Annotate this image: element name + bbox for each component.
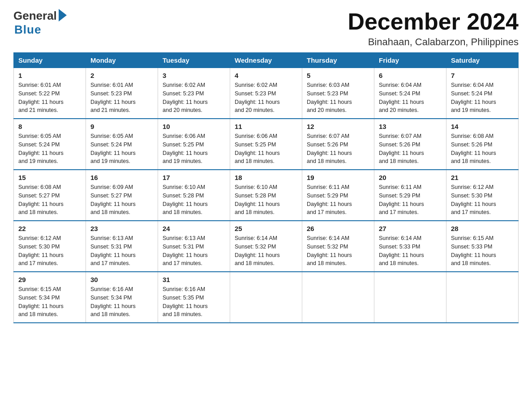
day-info: Sunrise: 6:07 AMSunset: 5:26 PMDaylight:…	[379, 132, 442, 166]
calendar-cell: 18 Sunrise: 6:10 AMSunset: 5:28 PMDaylig…	[230, 170, 302, 221]
calendar-cell: 8 Sunrise: 6:05 AMSunset: 5:24 PMDayligh…	[14, 119, 86, 170]
day-number: 23	[90, 225, 153, 232]
day-header-friday: Friday	[374, 53, 446, 68]
day-info: Sunrise: 6:14 AMSunset: 5:33 PMDaylight:…	[379, 234, 442, 268]
location-text: Binahaan, Calabarzon, Philippines	[348, 36, 519, 48]
day-info: Sunrise: 6:06 AMSunset: 5:25 PMDaylight:…	[235, 132, 297, 166]
day-info: Sunrise: 6:01 AMSunset: 5:23 PMDaylight:…	[90, 81, 153, 115]
day-info: Sunrise: 6:03 AMSunset: 5:23 PMDaylight:…	[307, 81, 369, 115]
calendar-cell: 1 Sunrise: 6:01 AMSunset: 5:22 PMDayligh…	[14, 68, 86, 119]
day-info: Sunrise: 6:04 AMSunset: 5:24 PMDaylight:…	[451, 81, 514, 115]
day-info: Sunrise: 6:12 AMSunset: 5:30 PMDaylight:…	[451, 183, 514, 217]
day-info: Sunrise: 6:09 AMSunset: 5:27 PMDaylight:…	[90, 183, 153, 217]
calendar-week-row: 8 Sunrise: 6:05 AMSunset: 5:24 PMDayligh…	[14, 119, 519, 170]
day-info: Sunrise: 6:11 AMSunset: 5:29 PMDaylight:…	[379, 183, 442, 217]
calendar-cell: 5 Sunrise: 6:03 AMSunset: 5:23 PMDayligh…	[302, 68, 374, 119]
day-number: 31	[163, 276, 225, 283]
day-header-monday: Monday	[86, 53, 158, 68]
day-header-thursday: Thursday	[302, 53, 374, 68]
day-number: 18	[235, 174, 297, 181]
day-info: Sunrise: 6:05 AMSunset: 5:24 PMDaylight:…	[90, 132, 153, 166]
calendar-cell: 3 Sunrise: 6:02 AMSunset: 5:23 PMDayligh…	[158, 68, 230, 119]
logo-general-text: General	[13, 9, 57, 23]
day-info: Sunrise: 6:02 AMSunset: 5:23 PMDaylight:…	[235, 81, 297, 115]
calendar-cell: 30 Sunrise: 6:16 AMSunset: 5:34 PMDaylig…	[86, 272, 158, 323]
calendar-cell: 20 Sunrise: 6:11 AMSunset: 5:29 PMDaylig…	[374, 170, 446, 221]
day-info: Sunrise: 6:08 AMSunset: 5:26 PMDaylight:…	[451, 132, 514, 166]
day-number: 7	[451, 72, 514, 79]
calendar-cell: 16 Sunrise: 6:09 AMSunset: 5:27 PMDaylig…	[86, 170, 158, 221]
title-area: December 2024 Binahaan, Calabarzon, Phil…	[348, 9, 519, 48]
calendar-cell: 10 Sunrise: 6:06 AMSunset: 5:25 PMDaylig…	[158, 119, 230, 170]
day-number: 17	[163, 174, 225, 181]
day-number: 20	[379, 174, 442, 181]
day-number: 9	[90, 123, 153, 130]
calendar-week-row: 29 Sunrise: 6:15 AMSunset: 5:34 PMDaylig…	[14, 272, 519, 323]
calendar-cell: 23 Sunrise: 6:13 AMSunset: 5:31 PMDaylig…	[86, 221, 158, 272]
calendar-cell: 31 Sunrise: 6:16 AMSunset: 5:35 PMDaylig…	[158, 272, 230, 323]
day-info: Sunrise: 6:10 AMSunset: 5:28 PMDaylight:…	[235, 183, 297, 217]
logo: General Blue	[13, 9, 67, 37]
day-number: 1	[18, 72, 81, 79]
day-number: 14	[451, 123, 514, 130]
calendar-cell: 12 Sunrise: 6:07 AMSunset: 5:26 PMDaylig…	[302, 119, 374, 170]
day-number: 24	[163, 225, 225, 232]
day-info: Sunrise: 6:04 AMSunset: 5:24 PMDaylight:…	[379, 81, 442, 115]
day-number: 13	[379, 123, 442, 130]
calendar-cell	[374, 272, 446, 323]
day-number: 21	[451, 174, 514, 181]
calendar-cell	[446, 272, 519, 323]
day-info: Sunrise: 6:14 AMSunset: 5:32 PMDaylight:…	[235, 234, 297, 268]
day-info: Sunrise: 6:05 AMSunset: 5:24 PMDaylight:…	[18, 132, 81, 166]
day-number: 3	[163, 72, 225, 79]
day-number: 25	[235, 225, 297, 232]
day-number: 27	[379, 225, 442, 232]
day-number: 4	[235, 72, 297, 79]
calendar-cell: 11 Sunrise: 6:06 AMSunset: 5:25 PMDaylig…	[230, 119, 302, 170]
calendar-cell: 15 Sunrise: 6:08 AMSunset: 5:27 PMDaylig…	[14, 170, 86, 221]
day-number: 11	[235, 123, 297, 130]
day-info: Sunrise: 6:12 AMSunset: 5:30 PMDaylight:…	[18, 234, 81, 268]
day-info: Sunrise: 6:16 AMSunset: 5:35 PMDaylight:…	[163, 285, 225, 319]
calendar-cell: 19 Sunrise: 6:11 AMSunset: 5:29 PMDaylig…	[302, 170, 374, 221]
calendar-cell: 6 Sunrise: 6:04 AMSunset: 5:24 PMDayligh…	[374, 68, 446, 119]
calendar-cell: 7 Sunrise: 6:04 AMSunset: 5:24 PMDayligh…	[446, 68, 519, 119]
calendar-week-row: 1 Sunrise: 6:01 AMSunset: 5:22 PMDayligh…	[14, 68, 519, 119]
day-info: Sunrise: 6:16 AMSunset: 5:34 PMDaylight:…	[90, 285, 153, 319]
day-number: 2	[90, 72, 153, 79]
day-number: 29	[18, 276, 81, 283]
day-number: 8	[18, 123, 81, 130]
day-info: Sunrise: 6:11 AMSunset: 5:29 PMDaylight:…	[307, 183, 369, 217]
day-header-wednesday: Wednesday	[230, 53, 302, 68]
calendar-cell: 2 Sunrise: 6:01 AMSunset: 5:23 PMDayligh…	[86, 68, 158, 119]
day-info: Sunrise: 6:15 AMSunset: 5:34 PMDaylight:…	[18, 285, 81, 319]
calendar-cell: 13 Sunrise: 6:07 AMSunset: 5:26 PMDaylig…	[374, 119, 446, 170]
day-number: 5	[307, 72, 369, 79]
calendar-cell: 4 Sunrise: 6:02 AMSunset: 5:23 PMDayligh…	[230, 68, 302, 119]
day-number: 16	[90, 174, 153, 181]
day-info: Sunrise: 6:14 AMSunset: 5:32 PMDaylight:…	[307, 234, 369, 268]
calendar-week-row: 22 Sunrise: 6:12 AMSunset: 5:30 PMDaylig…	[14, 221, 519, 272]
calendar-cell: 26 Sunrise: 6:14 AMSunset: 5:32 PMDaylig…	[302, 221, 374, 272]
day-info: Sunrise: 6:13 AMSunset: 5:31 PMDaylight:…	[90, 234, 153, 268]
day-number: 28	[451, 225, 514, 232]
day-number: 6	[379, 72, 442, 79]
day-number: 30	[90, 276, 153, 283]
day-info: Sunrise: 6:13 AMSunset: 5:31 PMDaylight:…	[163, 234, 225, 268]
month-year-title: December 2024	[348, 9, 519, 34]
calendar-cell: 14 Sunrise: 6:08 AMSunset: 5:26 PMDaylig…	[446, 119, 519, 170]
calendar-cell: 9 Sunrise: 6:05 AMSunset: 5:24 PMDayligh…	[86, 119, 158, 170]
day-info: Sunrise: 6:02 AMSunset: 5:23 PMDaylight:…	[163, 81, 225, 115]
calendar-cell: 22 Sunrise: 6:12 AMSunset: 5:30 PMDaylig…	[14, 221, 86, 272]
day-info: Sunrise: 6:10 AMSunset: 5:28 PMDaylight:…	[163, 183, 225, 217]
day-info: Sunrise: 6:06 AMSunset: 5:25 PMDaylight:…	[163, 132, 225, 166]
day-info: Sunrise: 6:15 AMSunset: 5:33 PMDaylight:…	[451, 234, 514, 268]
calendar-cell: 24 Sunrise: 6:13 AMSunset: 5:31 PMDaylig…	[158, 221, 230, 272]
logo-blue-text: Blue	[14, 23, 41, 37]
calendar-cell: 21 Sunrise: 6:12 AMSunset: 5:30 PMDaylig…	[446, 170, 519, 221]
logo-triangle-icon	[59, 9, 67, 21]
day-header-saturday: Saturday	[446, 53, 519, 68]
day-number: 12	[307, 123, 369, 130]
day-number: 22	[18, 225, 81, 232]
page-header: General Blue December 2024 Binahaan, Cal…	[13, 9, 519, 48]
